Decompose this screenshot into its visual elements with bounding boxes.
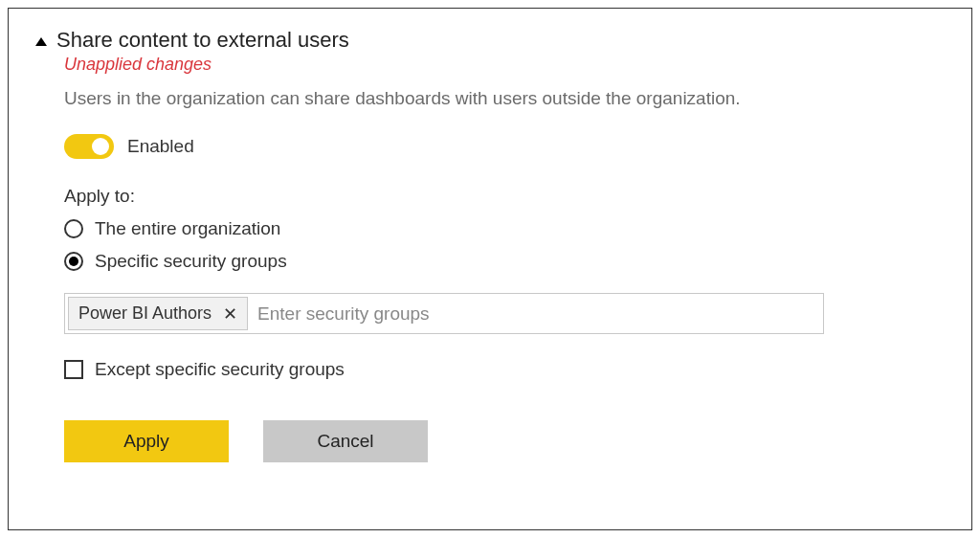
setting-panel: Share content to external users Unapplie…: [8, 8, 972, 530]
setting-content: Unapplied changes Users in the organizat…: [64, 55, 945, 462]
tag-remove-icon[interactable]: ✕: [223, 305, 237, 323]
radio-entire-organization[interactable]: The entire organization: [64, 218, 945, 239]
radio-icon: [64, 252, 83, 271]
radio-label: Specific security groups: [95, 251, 287, 272]
radio-icon: [64, 219, 83, 238]
setting-title: Share content to external users: [56, 28, 349, 53]
action-button-row: Apply Cancel: [64, 420, 945, 462]
header-text-block: Share content to external users: [56, 28, 349, 53]
enabled-toggle[interactable]: [64, 134, 114, 159]
security-group-tag: Power BI Authors ✕: [68, 297, 248, 330]
radio-specific-groups[interactable]: Specific security groups: [64, 251, 945, 272]
collapse-caret-icon[interactable]: [35, 37, 47, 46]
except-checkbox-row[interactable]: Except specific security groups: [64, 359, 945, 380]
enabled-toggle-label: Enabled: [127, 136, 194, 157]
apply-button[interactable]: Apply: [64, 420, 229, 462]
toggle-knob-icon: [92, 138, 109, 155]
radio-label: The entire organization: [95, 218, 280, 239]
tag-label: Power BI Authors: [78, 303, 212, 324]
unapplied-changes-label: Unapplied changes: [64, 55, 945, 75]
cancel-button[interactable]: Cancel: [263, 420, 428, 462]
apply-to-label: Apply to:: [64, 186, 945, 207]
except-checkbox-label: Except specific security groups: [95, 359, 345, 380]
enabled-toggle-row: Enabled: [64, 134, 945, 159]
security-groups-text-input[interactable]: [248, 298, 820, 330]
setting-description: Users in the organization can share dash…: [64, 88, 945, 109]
setting-header: Share content to external users: [35, 28, 945, 53]
security-groups-input[interactable]: Power BI Authors ✕: [64, 293, 824, 334]
checkbox-icon: [64, 360, 83, 379]
